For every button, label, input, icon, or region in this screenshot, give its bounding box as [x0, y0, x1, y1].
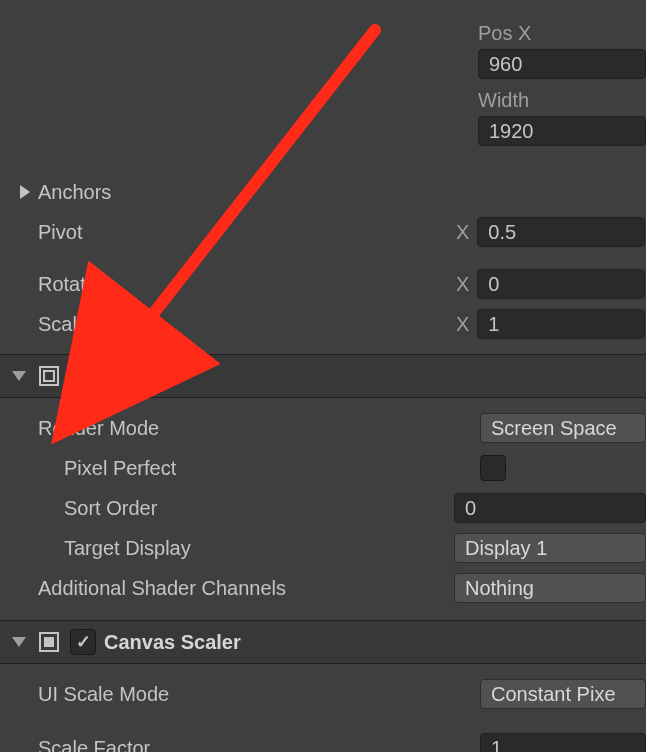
render-mode-dropdown[interactable]: Screen Space	[480, 413, 646, 443]
canvas-icon	[36, 363, 62, 389]
ui-scale-mode-dropdown[interactable]: Constant Pixe	[480, 679, 646, 709]
rotation-x-group: X 0	[456, 269, 645, 299]
scale-factor-input[interactable]: 1	[480, 733, 646, 752]
scale-x-input[interactable]: 1	[477, 309, 645, 339]
additional-shader-value: Nothing	[465, 577, 534, 600]
scale-factor-label: Scale Factor	[38, 737, 480, 753]
ui-scale-mode-row: UI Scale Mode Constant Pixe	[0, 674, 646, 714]
svg-rect-1	[44, 371, 54, 381]
svg-rect-0	[40, 367, 58, 385]
width-label: Width	[478, 89, 646, 112]
pivot-x-value: 0.5	[488, 221, 516, 244]
canvas-scaler-header[interactable]: Canvas Scaler	[0, 620, 646, 664]
scale-x-group: X 1	[456, 309, 645, 339]
pixel-perfect-label: Pixel Perfect	[38, 457, 480, 480]
rect-transform-top: Pos X 960 Width 1920	[0, 0, 646, 172]
scale-x-value: 1	[488, 313, 499, 336]
pivot-row: Pivot X 0.5	[0, 212, 646, 252]
scaler-enable-checkbox[interactable]	[70, 629, 96, 655]
ui-scale-mode-value: Constant Pixe	[491, 683, 616, 706]
posx-label: Pos X	[478, 22, 646, 45]
pixel-perfect-checkbox[interactable]	[480, 455, 506, 481]
ui-scale-mode-label: UI Scale Mode	[38, 683, 480, 706]
canvas-title: Canvas	[104, 365, 175, 388]
canvas-enable-checkbox[interactable]	[70, 363, 96, 389]
inspector-panel: Pos X 960 Width 1920 Anchors Pivot X 0.5…	[0, 0, 646, 752]
scale-row: Scale X 1	[0, 304, 646, 344]
rotation-row: Rotation X 0	[0, 264, 646, 304]
pivot-x-input[interactable]: 0.5	[477, 217, 645, 247]
pivot-x-group: X 0.5	[456, 217, 645, 247]
render-mode-row: Render Mode Screen Space	[0, 408, 646, 448]
posx-width-column: Pos X 960 Width 1920	[478, 22, 646, 146]
scaler-title: Canvas Scaler	[104, 631, 241, 654]
scale-x-prefix[interactable]: X	[456, 313, 477, 336]
sort-order-label: Sort Order	[38, 497, 454, 520]
anchors-label: Anchors	[38, 181, 418, 204]
scale-factor-value: 1	[491, 737, 502, 753]
anchors-foldout-icon[interactable]	[16, 183, 34, 201]
canvas-foldout-icon[interactable]	[10, 367, 28, 385]
sort-order-row: Sort Order 0	[0, 488, 646, 528]
svg-rect-3	[44, 637, 54, 647]
width-input[interactable]: 1920	[478, 116, 646, 146]
pivot-label: Pivot	[38, 221, 418, 244]
sort-order-value: 0	[465, 497, 476, 520]
pixel-perfect-row: Pixel Perfect	[0, 448, 646, 488]
sort-order-input[interactable]: 0	[454, 493, 646, 523]
additional-shader-row: Additional Shader Channels Nothing	[0, 568, 646, 608]
target-display-label: Target Display	[38, 537, 454, 560]
rotation-x-value: 0	[488, 273, 499, 296]
scaler-foldout-icon[interactable]	[10, 633, 28, 651]
rotation-x-prefix[interactable]: X	[456, 273, 477, 296]
target-display-dropdown[interactable]: Display 1	[454, 533, 646, 563]
additional-shader-label: Additional Shader Channels	[38, 577, 454, 600]
posx-value: 960	[489, 53, 522, 76]
scale-factor-row: Scale Factor 1	[0, 728, 646, 752]
target-display-row: Target Display Display 1	[0, 528, 646, 568]
scale-label: Scale	[38, 313, 418, 336]
anchors-row[interactable]: Anchors	[0, 172, 646, 212]
canvas-component-header[interactable]: Canvas	[0, 354, 646, 398]
additional-shader-dropdown[interactable]: Nothing	[454, 573, 646, 603]
render-mode-value: Screen Space	[491, 417, 617, 440]
rotation-x-input[interactable]: 0	[477, 269, 645, 299]
render-mode-label: Render Mode	[38, 417, 480, 440]
target-display-value: Display 1	[465, 537, 547, 560]
width-value: 1920	[489, 120, 534, 143]
canvas-scaler-icon	[36, 629, 62, 655]
pivot-x-prefix[interactable]: X	[456, 221, 477, 244]
rotation-label: Rotation	[38, 273, 418, 296]
posx-input[interactable]: 960	[478, 49, 646, 79]
